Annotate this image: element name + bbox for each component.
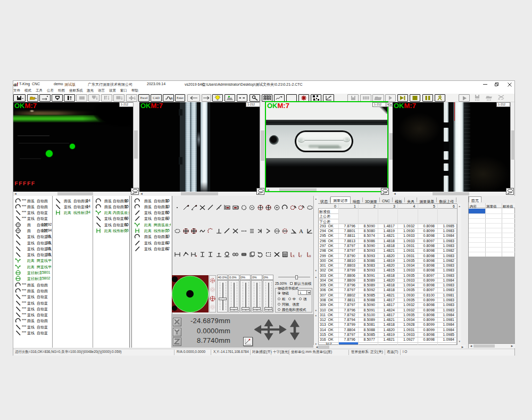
svg-text:A: A [299, 228, 303, 234]
svg-text:r: r [301, 253, 302, 258]
svg-text:B: B [170, 96, 173, 101]
svg-text:o: o [309, 253, 311, 258]
svg-text:x: x [293, 253, 295, 258]
